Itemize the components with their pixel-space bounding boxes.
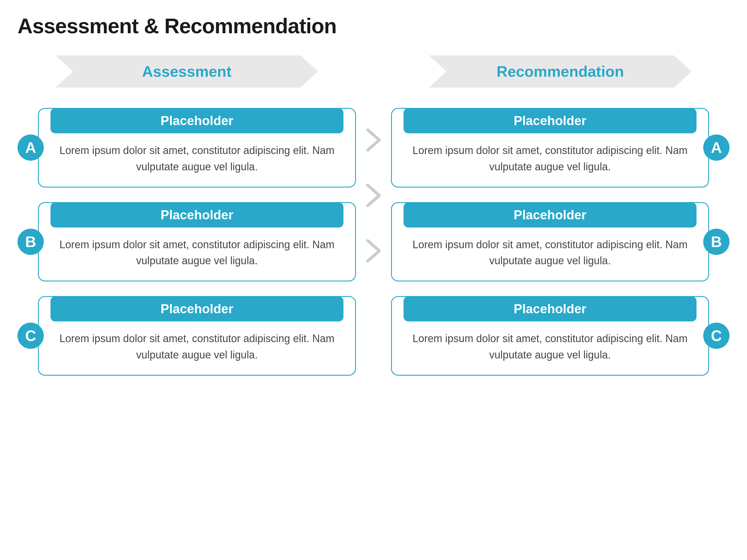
assessment-card-b: Placeholder Lorem ipsum dolor sit amet, …	[38, 202, 356, 282]
assessment-column: Assessment A Placeholder Lorem ipsum dol…	[18, 55, 356, 376]
main-content: Assessment A Placeholder Lorem ipsum dol…	[18, 55, 729, 376]
recommendation-card-body-b: Lorem ipsum dolor sit amet, constitutor …	[392, 228, 708, 281]
assessment-card-body-b: Lorem ipsum dolor sit amet, constitutor …	[39, 228, 355, 281]
recommendation-card-b: Placeholder Lorem ipsum dolor sit amet, …	[391, 202, 709, 282]
recommendation-body-text-b: Lorem ipsum dolor sit amet, constitutor …	[407, 237, 694, 269]
recommendation-card-header-b: Placeholder	[404, 203, 697, 228]
assessment-card-body-c: Lorem ipsum dolor sit amet, constitutor …	[39, 322, 355, 375]
page-title: Assessment & Recommendation	[18, 14, 729, 38]
chevron-arrow-2	[365, 184, 382, 207]
recommendation-row-c: C Placeholder Lorem ipsum dolor sit amet…	[391, 296, 729, 376]
assessment-body-text-a: Lorem ipsum dolor sit amet, constitutor …	[53, 142, 340, 175]
recommendation-badge-a: A	[703, 134, 729, 161]
recommendation-placeholder-c: Placeholder	[514, 301, 586, 316]
recommendation-card-body-c: Lorem ipsum dolor sit amet, constitutor …	[392, 322, 708, 375]
assessment-badge-b: B	[18, 229, 44, 255]
assessment-card-a: Placeholder Lorem ipsum dolor sit amet, …	[38, 108, 356, 188]
recommendation-row-a: A Placeholder Lorem ipsum dolor sit amet…	[391, 108, 729, 188]
recommendation-body-text-a: Lorem ipsum dolor sit amet, constitutor …	[407, 142, 694, 175]
recommendation-header-wrapper: Recommendation	[391, 55, 729, 87]
assessment-body-text-b: Lorem ipsum dolor sit amet, constitutor …	[53, 237, 340, 269]
recommendation-body-text-c: Lorem ipsum dolor sit amet, constitutor …	[407, 330, 694, 363]
assessment-header-wrapper: Assessment	[18, 55, 356, 87]
recommendation-badge-c: C	[703, 323, 729, 349]
assessment-card-c: Placeholder Lorem ipsum dolor sit amet, …	[38, 296, 356, 376]
recommendation-placeholder-a: Placeholder	[514, 113, 586, 128]
recommendation-placeholder-b: Placeholder	[514, 208, 586, 222]
assessment-row-b: B Placeholder Lorem ipsum dolor sit amet…	[18, 202, 356, 282]
chevron-arrow-3	[365, 239, 382, 263]
recommendation-badge-b: B	[703, 229, 729, 255]
middle-arrows	[356, 55, 391, 376]
recommendation-row-b: B Placeholder Lorem ipsum dolor sit amet…	[391, 202, 729, 282]
assessment-card-body-a: Lorem ipsum dolor sit amet, constitutor …	[39, 134, 355, 187]
assessment-header-text: Assessment	[142, 63, 231, 80]
recommendation-card-a: Placeholder Lorem ipsum dolor sit amet, …	[391, 108, 709, 188]
assessment-placeholder-a: Placeholder	[160, 113, 233, 128]
assessment-card-header-c: Placeholder	[50, 296, 343, 321]
assessment-badge-a: A	[18, 134, 44, 161]
assessment-placeholder-c: Placeholder	[160, 301, 233, 316]
recommendation-card-header-a: Placeholder	[404, 108, 697, 133]
assessment-row-c: C Placeholder Lorem ipsum dolor sit amet…	[18, 296, 356, 376]
recommendation-card-c: Placeholder Lorem ipsum dolor sit amet, …	[391, 296, 709, 376]
recommendation-header-text: Recommendation	[497, 63, 624, 80]
assessment-badge-c: C	[18, 323, 44, 349]
assessment-row-a: A Placeholder Lorem ipsum dolor sit amet…	[18, 108, 356, 188]
recommendation-column: Recommendation A Placeholder Lorem ipsum…	[391, 55, 729, 376]
recommendation-card-body-a: Lorem ipsum dolor sit amet, constitutor …	[392, 134, 708, 187]
assessment-body-text-c: Lorem ipsum dolor sit amet, constitutor …	[53, 330, 340, 363]
assessment-placeholder-b: Placeholder	[160, 208, 233, 222]
recommendation-header-arrow: Recommendation	[391, 55, 729, 87]
assessment-card-header-a: Placeholder	[50, 108, 343, 133]
assessment-card-header-b: Placeholder	[50, 203, 343, 228]
assessment-header-arrow: Assessment	[18, 55, 356, 87]
chevron-arrow-1	[365, 128, 382, 152]
recommendation-card-header-c: Placeholder	[404, 296, 697, 321]
